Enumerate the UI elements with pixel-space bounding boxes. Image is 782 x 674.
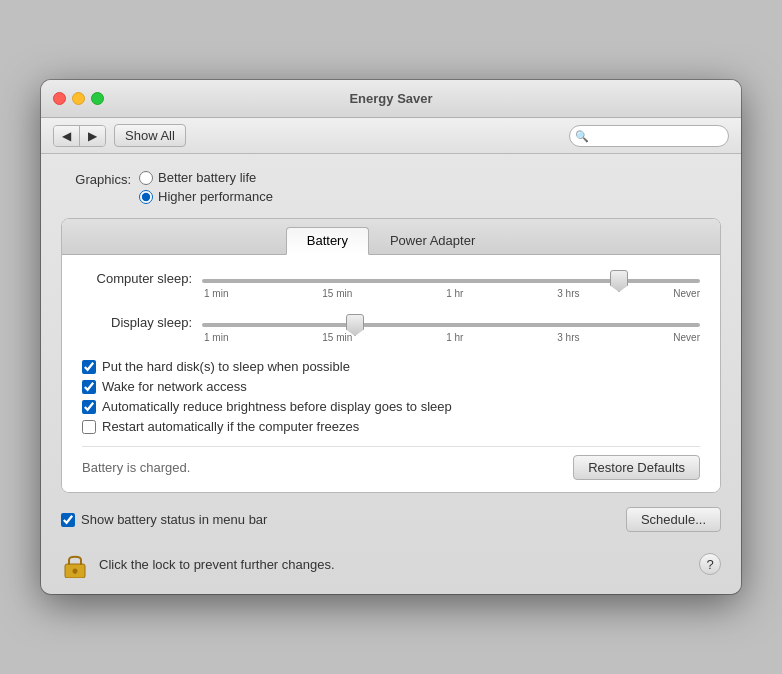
checkbox-harddisk-label: Put the hard disk(s) to sleep when possi…: [102, 359, 350, 374]
graphics-label: Graphics:: [61, 172, 131, 187]
search-box: 🔍: [569, 125, 729, 147]
checkbox-restart-freeze[interactable]: Restart automatically if the computer fr…: [82, 419, 700, 434]
maximize-button[interactable]: [91, 92, 104, 105]
computer-sleep-label: Computer sleep:: [82, 271, 192, 286]
tab-battery[interactable]: Battery: [286, 227, 369, 255]
radio-higher-performance-input[interactable]: [139, 190, 153, 204]
radio-higher-performance[interactable]: Higher performance: [139, 189, 273, 204]
svg-rect-2: [74, 571, 76, 574]
help-button[interactable]: ?: [699, 553, 721, 575]
schedule-button[interactable]: Schedule...: [626, 507, 721, 532]
tab-panel: Battery Power Adapter Computer sleep: 1 …: [61, 218, 721, 493]
search-icon: 🔍: [575, 129, 589, 142]
display-sleep-slider[interactable]: [202, 323, 700, 327]
tab-bottom-row: Battery is charged. Restore Defaults: [82, 446, 700, 480]
main-content: Graphics: Better battery life Higher per…: [41, 154, 741, 594]
lock-row: Click the lock to prevent further change…: [61, 546, 721, 578]
checkbox-wake-network[interactable]: Wake for network access: [82, 379, 700, 394]
lock-text: Click the lock to prevent further change…: [99, 557, 335, 572]
checkbox-harddisk-input[interactable]: [82, 360, 96, 374]
computer-sleep-slider[interactable]: [202, 279, 700, 283]
checkbox-wake-network-input[interactable]: [82, 380, 96, 394]
toolbar: ◀ ▶ Show All 🔍: [41, 118, 741, 154]
traffic-lights: [53, 92, 104, 105]
show-all-button[interactable]: Show All: [114, 124, 186, 147]
computer-sleep-row: Computer sleep: 1 min 15 min 1 hr 3 hrs …: [82, 271, 700, 299]
checkbox-harddisk[interactable]: Put the hard disk(s) to sleep when possi…: [82, 359, 700, 374]
titlebar: Energy Saver: [41, 80, 741, 118]
search-input[interactable]: [569, 125, 729, 147]
display-sleep-row: Display sleep: 1 min 15 min 1 hr 3 hrs N…: [82, 315, 700, 343]
window-title: Energy Saver: [349, 91, 432, 106]
window: Energy Saver ◀ ▶ Show All 🔍 Graphics: Be…: [41, 80, 741, 594]
back-button[interactable]: ◀: [54, 126, 80, 146]
tab-bar: Battery Power Adapter: [62, 219, 720, 255]
checkbox-wake-network-label: Wake for network access: [102, 379, 247, 394]
radio-battery-life-input[interactable]: [139, 171, 153, 185]
checkbox-restart-freeze-input[interactable]: [82, 420, 96, 434]
forward-button[interactable]: ▶: [80, 126, 105, 146]
restore-defaults-button[interactable]: Restore Defaults: [573, 455, 700, 480]
close-button[interactable]: [53, 92, 66, 105]
radio-battery-life-label: Better battery life: [158, 170, 256, 185]
checkbox-restart-freeze-label: Restart automatically if the computer fr…: [102, 419, 359, 434]
display-sleep-track: [202, 315, 700, 330]
graphics-section: Graphics: Better battery life Higher per…: [61, 170, 721, 204]
battery-status: Battery is charged.: [82, 460, 190, 475]
tab-power-adapter[interactable]: Power Adapter: [369, 227, 496, 254]
checkbox-auto-brightness[interactable]: Automatically reduce brightness before d…: [82, 399, 700, 414]
tab-content-battery: Computer sleep: 1 min 15 min 1 hr 3 hrs …: [62, 255, 720, 492]
computer-sleep-track: [202, 271, 700, 286]
show-battery-status[interactable]: Show battery status in menu bar: [61, 512, 267, 527]
show-battery-status-input[interactable]: [61, 513, 75, 527]
checkbox-auto-brightness-label: Automatically reduce brightness before d…: [102, 399, 452, 414]
minimize-button[interactable]: [72, 92, 85, 105]
display-sleep-label: Display sleep:: [82, 315, 192, 330]
show-battery-status-label: Show battery status in menu bar: [81, 512, 267, 527]
checkbox-auto-brightness-input[interactable]: [82, 400, 96, 414]
nav-buttons: ◀ ▶: [53, 125, 106, 147]
radio-higher-performance-label: Higher performance: [158, 189, 273, 204]
footer-row: Show battery status in menu bar Schedule…: [61, 507, 721, 532]
radio-battery-life[interactable]: Better battery life: [139, 170, 273, 185]
graphics-options: Better battery life Higher performance: [139, 170, 273, 204]
checkbox-section: Put the hard disk(s) to sleep when possi…: [82, 359, 700, 434]
lock-icon[interactable]: [61, 550, 89, 578]
